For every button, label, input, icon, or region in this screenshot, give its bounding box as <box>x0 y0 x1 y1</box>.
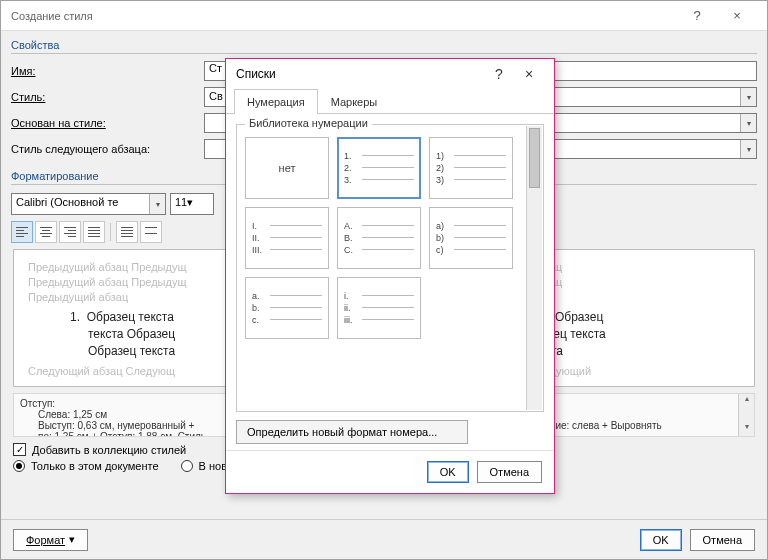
align-right-button[interactable] <box>59 221 81 243</box>
create-style-footer: Формат▾ OK Отмена <box>1 519 767 559</box>
align-center-button[interactable] <box>35 221 57 243</box>
align-justify-button[interactable] <box>83 221 105 243</box>
format-button[interactable]: Формат▾ <box>13 529 88 551</box>
font-family-combo[interactable]: Calibri (Основной те▾ <box>11 193 166 215</box>
lists-titlebar: Списки ? × <box>226 59 554 89</box>
tab-numbering[interactable]: Нумерация <box>234 89 318 114</box>
only-this-doc-label: Только в этом документе <box>31 460 159 472</box>
numbering-option-alpha-lower-paren[interactable]: a) b) c) <box>429 207 513 269</box>
lists-cancel-button[interactable]: Отмена <box>477 461 542 483</box>
new-docs-radio[interactable] <box>181 460 193 472</box>
close-icon[interactable]: × <box>717 1 757 31</box>
lists-title: Списки <box>236 67 276 81</box>
scroll-up-icon[interactable]: ▴ <box>739 394 754 408</box>
add-to-gallery-label: Добавить в коллекцию стилей <box>32 444 186 456</box>
lists-ok-button[interactable]: OK <box>427 461 469 483</box>
description-scrollbar[interactable]: ▴ ▾ <box>738 394 754 436</box>
add-to-gallery-checkbox[interactable]: ✓ <box>13 443 26 456</box>
define-new-number-format-button[interactable]: Определить новый формат номера... <box>236 420 468 444</box>
spacing-button-1[interactable] <box>116 221 138 243</box>
numbering-option-1paren[interactable]: 1) 2) 3) <box>429 137 513 199</box>
numbering-option-roman-upper[interactable]: I. II. III. <box>245 207 329 269</box>
lists-tabs: Нумерация Маркеры <box>226 89 554 114</box>
chevron-down-icon[interactable]: ▾ <box>740 88 756 106</box>
numbering-library-title: Библиотека нумерации <box>245 117 372 129</box>
based-on-label: Основан на стиле: <box>11 117 196 129</box>
only-this-doc-radio[interactable] <box>13 460 25 472</box>
help-icon[interactable]: ? <box>677 1 717 31</box>
lists-dialog: Списки ? × Нумерация Маркеры Библиотека … <box>225 58 555 494</box>
chevron-down-icon[interactable]: ▾ <box>740 140 756 158</box>
create-style-titlebar: Создание стиля ? × <box>1 1 767 31</box>
tab-bullets[interactable]: Маркеры <box>318 89 391 114</box>
cancel-button[interactable]: Отмена <box>690 529 755 551</box>
chevron-down-icon[interactable]: ▾ <box>187 196 193 208</box>
scroll-down-icon[interactable]: ▾ <box>739 422 754 436</box>
ok-button[interactable]: OK <box>640 529 682 551</box>
numbering-option-roman-lower[interactable]: i. ii. iii. <box>337 277 421 339</box>
close-icon[interactable]: × <box>514 66 544 82</box>
chevron-down-icon: ▾ <box>69 533 75 546</box>
numbering-option-1dot[interactable]: 1. 2. 3. <box>337 137 421 199</box>
numbering-library-group: Библиотека нумерации нет 1. 2. 3. 1) 2) … <box>236 124 544 412</box>
numbering-scrollbar[interactable] <box>526 126 542 410</box>
name-label: Имя: <box>11 65 196 77</box>
help-icon[interactable]: ? <box>484 66 514 82</box>
next-style-label: Стиль следующего абзаца: <box>11 143 196 155</box>
spacing-button-2[interactable] <box>140 221 162 243</box>
align-left-button[interactable] <box>11 221 33 243</box>
numbering-option-alpha-lower-dot[interactable]: a. b. c. <box>245 277 329 339</box>
style-label: Стиль: <box>11 91 196 103</box>
numbering-option-alpha-upper[interactable]: A. B. C. <box>337 207 421 269</box>
properties-section-title: Свойства <box>1 31 767 53</box>
numbering-option-none[interactable]: нет <box>245 137 329 199</box>
font-size-combo[interactable]: 11▾ <box>170 193 214 215</box>
lists-footer: OK Отмена <box>226 450 554 493</box>
chevron-down-icon[interactable]: ▾ <box>740 114 756 132</box>
chevron-down-icon[interactable]: ▾ <box>149 194 165 214</box>
create-style-title: Создание стиля <box>11 1 93 31</box>
